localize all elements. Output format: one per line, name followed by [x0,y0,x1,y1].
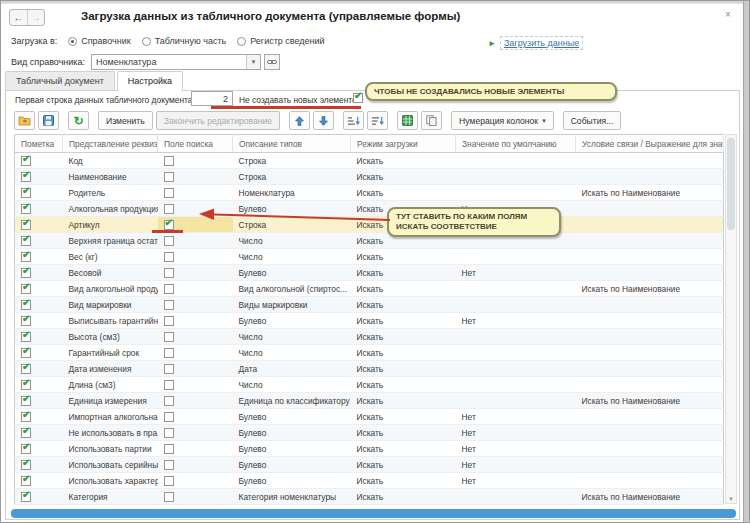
search-checkbox[interactable] [164,236,174,246]
column-numbering-dropdown[interactable]: Нумерация колонок ▾ [451,111,554,130]
table-row[interactable]: Весовой Булево Искать Нет [15,265,724,281]
search-checkbox[interactable] [164,460,174,470]
table-row[interactable]: Вес (кг) Число Искать [15,249,724,265]
sort-descending-button[interactable] [367,111,388,130]
mark-checkbox[interactable] [21,268,31,278]
combo-dropdown-button[interactable]: ▾ [246,55,260,69]
table-row[interactable]: Родитель Номенклатура Искать Искать по Н… [15,185,724,201]
mark-checkbox[interactable] [21,284,31,294]
radio-catalog[interactable]: Справочник [68,36,131,46]
col-header-link-condition[interactable]: Условие связи / Выражение для значен... [576,135,724,153]
no-new-elements-checkbox[interactable] [353,93,363,103]
search-checkbox[interactable] [164,252,174,262]
forward-button[interactable]: → [27,10,44,25]
edit-button[interactable]: Изменить [98,111,153,130]
search-checkbox[interactable] [164,316,174,326]
mark-checkbox[interactable] [21,348,31,358]
mark-checkbox[interactable] [21,300,31,310]
table-row[interactable]: Использовать серийны... Булево Искать Не… [15,457,724,473]
close-button[interactable]: × [721,9,735,23]
table-row[interactable]: Код Строка Искать [15,153,724,169]
table-row[interactable]: Категория Категория номенклатуры Искать … [15,489,724,505]
search-checkbox[interactable] [164,268,174,278]
tab-settings[interactable]: Настройка [117,71,183,91]
col-header-mark[interactable]: Пометка [15,135,63,153]
table-row[interactable]: Вид алкогольной проду... Вид алкогольной… [15,281,724,297]
search-checkbox[interactable] [164,188,174,198]
mark-checkbox[interactable] [21,460,31,470]
back-button[interactable]: ← [10,10,27,25]
vertical-scrollbar-thumb[interactable] [727,138,735,230]
table-row[interactable]: Дата изменения Дата Искать [15,361,724,377]
horizontal-scrollbar[interactable] [11,509,736,518]
col-header-default-value[interactable]: Значение по умолчанию [456,135,576,153]
events-button[interactable]: События... [563,111,622,130]
col-header-load-mode[interactable]: Режим загрузки [351,135,456,153]
export-table-button[interactable] [397,111,418,130]
mark-checkbox[interactable] [21,428,31,438]
move-up-button[interactable] [289,111,310,130]
search-checkbox[interactable] [164,396,174,406]
mark-checkbox[interactable] [21,444,31,454]
table-row[interactable]: Использовать характер... Булево Искать Н… [15,473,724,489]
save-button[interactable] [38,111,59,130]
refresh-button[interactable]: ↻ [68,111,89,130]
table-row[interactable]: Вид маркировки Виды маркировки Искать [15,297,724,313]
search-checkbox[interactable] [164,444,174,454]
sort-ascending-button[interactable] [343,111,364,130]
catalog-kind-combobox[interactable]: Номенклатура ▾ [91,54,261,70]
mark-checkbox[interactable] [21,316,31,326]
mark-checkbox[interactable] [21,412,31,422]
mark-checkbox[interactable] [21,236,31,246]
search-checkbox[interactable] [164,492,174,502]
search-checkbox[interactable] [164,476,174,486]
move-down-button[interactable] [313,111,334,130]
table-row[interactable]: Единица измерения Единица по классификат… [15,393,724,409]
search-checkbox[interactable] [164,172,174,182]
search-checkbox[interactable] [164,156,174,166]
mark-checkbox[interactable] [21,188,31,198]
search-checkbox[interactable] [164,300,174,310]
table-row[interactable]: Использовать партии Булево Искать Нет [15,441,724,457]
vertical-scrollbar[interactable]: ▲ ▼ [725,134,737,504]
table-row[interactable]: Гарантийный срок Число Искать [15,345,724,361]
mark-checkbox[interactable] [21,204,31,214]
load-data-link[interactable]: ► Загрузить данные [488,36,583,50]
search-checkbox[interactable] [164,204,174,214]
mark-checkbox[interactable] [21,492,31,502]
col-header-attribute[interactable]: Представление реквизита [63,135,158,153]
search-checkbox[interactable] [164,428,174,438]
mark-checkbox[interactable] [21,364,31,374]
search-checkbox[interactable] [164,364,174,374]
table-row[interactable]: Выписывать гарантийн... Булево Искать Не… [15,313,724,329]
search-checkbox[interactable] [164,412,174,422]
finish-editing-button[interactable]: Закончить редактирование [156,111,280,130]
mark-checkbox[interactable] [21,380,31,390]
copy-button[interactable] [421,111,442,130]
search-checkbox[interactable] [164,284,174,294]
search-checkbox[interactable] [164,332,174,342]
table-row[interactable]: Не использовать в пра... Булево Искать Н… [15,425,724,441]
search-checkbox[interactable] [164,348,174,358]
mark-checkbox[interactable] [21,172,31,182]
table-row[interactable]: Высота (см3) Число Искать [15,329,724,345]
radio-tabular-section[interactable]: Табличную часть [142,36,227,46]
tab-spreadsheet-document[interactable]: Табличный документ [5,71,115,90]
table-row[interactable]: Длина (см3) Число Искать [15,377,724,393]
open-catalog-button[interactable] [264,54,280,70]
mark-checkbox[interactable] [21,156,31,166]
mark-checkbox[interactable] [21,476,31,486]
mark-checkbox[interactable] [21,252,31,262]
mark-checkbox[interactable] [21,396,31,406]
search-checkbox[interactable] [164,220,174,230]
first-data-row-input[interactable]: 2 [191,91,233,106]
col-header-search-field[interactable]: Поле поиска [158,135,233,153]
mark-checkbox[interactable] [21,220,31,230]
col-header-type[interactable]: Описание типов [233,135,351,153]
mark-checkbox[interactable] [21,332,31,342]
open-file-button[interactable] [14,111,35,130]
table-row[interactable]: Верхняя граница остат... Число Искать [15,233,724,249]
table-row[interactable]: Наименование Строка Искать [15,169,724,185]
search-checkbox[interactable] [164,380,174,390]
radio-information-register[interactable]: Регистр сведений [237,36,324,46]
